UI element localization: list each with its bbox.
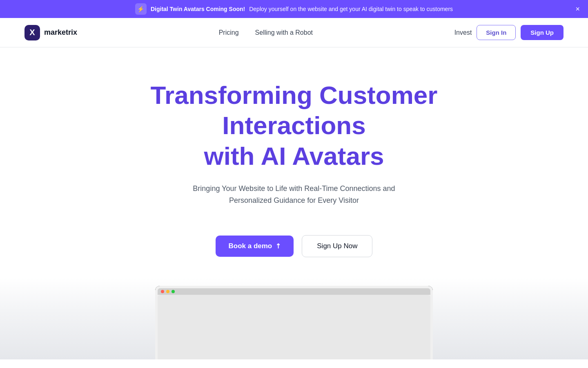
- logo-text: marketrix: [44, 28, 77, 37]
- announcement-icon: ⚡: [135, 3, 147, 15]
- hero-buttons: Book a demo ↗ Sign Up Now: [216, 235, 373, 257]
- announcement-banner: ⚡ Digital Twin Avatars Coming Soon! Depl…: [0, 0, 588, 18]
- announcement-bold-text: Digital Twin Avatars Coming Soon!: [151, 6, 245, 12]
- bottom-section: [0, 278, 588, 359]
- announcement-description: Deploy yourself on the website and get y…: [249, 6, 453, 12]
- laptop-mockup: [155, 286, 433, 359]
- nav-link-selling[interactable]: Selling with a Robot: [255, 29, 313, 36]
- sign-up-button[interactable]: Sign Up: [521, 25, 564, 40]
- dot-yellow: [166, 290, 169, 293]
- hero-section: Transforming Customer Interactions with …: [0, 47, 588, 278]
- sign-up-now-button[interactable]: Sign Up Now: [302, 235, 372, 257]
- navbar: X marketrix Pricing Selling with a Robot…: [0, 18, 588, 47]
- announcement-close-button[interactable]: ×: [575, 5, 580, 13]
- dot-green: [172, 290, 175, 293]
- nav-actions: Invest Sign In Sign Up: [454, 25, 564, 40]
- laptop-top-bar: [158, 288, 430, 295]
- logo-area[interactable]: X marketrix: [24, 25, 77, 40]
- laptop-screen-inner: [158, 295, 430, 359]
- hero-subtitle: Bringing Your Website to Life with Real-…: [193, 183, 395, 206]
- arrow-icon: ↗: [273, 241, 283, 251]
- hero-title: Transforming Customer Interactions with …: [131, 80, 457, 171]
- dot-red: [161, 290, 164, 293]
- laptop-screen: [155, 286, 433, 359]
- logo-icon: X: [24, 25, 40, 40]
- book-demo-button[interactable]: Book a demo ↗: [216, 236, 294, 257]
- nav-link-invest[interactable]: Invest: [454, 29, 472, 36]
- sign-in-button[interactable]: Sign In: [477, 25, 516, 40]
- nav-links: Pricing Selling with a Robot: [219, 29, 313, 36]
- nav-link-pricing[interactable]: Pricing: [219, 29, 239, 36]
